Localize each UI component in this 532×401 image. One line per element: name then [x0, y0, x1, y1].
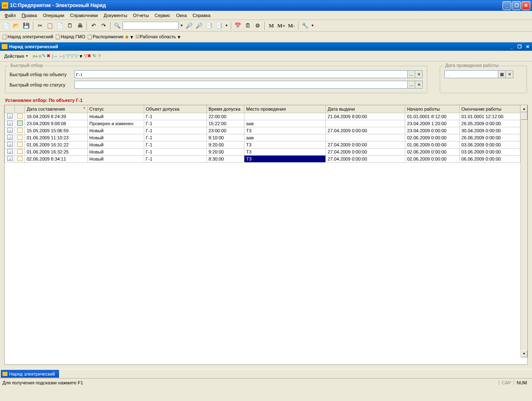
- m-minus-button[interactable]: M-: [287, 21, 296, 30]
- cell[interactable]: 9:20:00: [207, 148, 244, 155]
- menu-reports[interactable]: Отчеты: [130, 12, 152, 19]
- cell[interactable]: Т3: [244, 148, 326, 155]
- cell[interactable]: Новый: [88, 141, 144, 148]
- filter-dropdown[interactable]: ▼: [79, 54, 83, 59]
- cell[interactable]: 16.04.2009 8:24:39: [25, 113, 88, 120]
- menu-edit[interactable]: Правка: [19, 12, 40, 19]
- filter-by-status-input[interactable]: [74, 81, 408, 89]
- workspace-button[interactable]: ☑Рабочая область: [135, 34, 176, 40]
- cell[interactable]: 9:20:00: [207, 141, 244, 148]
- cell[interactable]: 26.06.2009 0:00:00: [460, 134, 520, 141]
- filter-by-object-input[interactable]: [74, 70, 408, 78]
- undo-icon[interactable]: ↶: [89, 21, 98, 30]
- minimize-button[interactable]: _: [502, 1, 511, 10]
- cell[interactable]: Т3: [244, 127, 326, 134]
- cell[interactable]: 27.04.2009 0:00:00: [326, 148, 405, 155]
- cell[interactable]: 8:30:00: [207, 155, 244, 162]
- filter-icon[interactable]: ▽: [66, 53, 69, 59]
- row-icon-cell[interactable]: [5, 155, 15, 162]
- cell[interactable]: Новый: [88, 155, 144, 162]
- find-icon[interactable]: 🔍: [113, 21, 122, 30]
- row-icon-cell[interactable]: [5, 148, 15, 155]
- electric-order-button[interactable]: 📋Наряд электрический: [2, 34, 53, 40]
- menu-documents[interactable]: Документы: [101, 12, 130, 19]
- filter-status-select-button[interactable]: …: [408, 81, 415, 89]
- layers-dropdown[interactable]: ▼: [129, 35, 134, 40]
- filter-object-clear-button[interactable]: ✕: [415, 70, 423, 78]
- open-icon[interactable]: 📂: [12, 21, 21, 30]
- cell[interactable]: 02.06.2009 8:34:11: [25, 155, 88, 162]
- goto-dropdown[interactable]: ▼: [224, 21, 229, 30]
- column-header[interactable]: Объект допуска: [144, 105, 207, 113]
- calculator-icon[interactable]: 🗓: [243, 21, 252, 30]
- cell[interactable]: аав: [244, 134, 326, 141]
- cell[interactable]: 15.05.2009 15:06:59: [25, 127, 88, 134]
- date-clear-button[interactable]: ✕: [506, 70, 513, 78]
- cell[interactable]: 27.04.2009 0:00:00: [326, 155, 405, 162]
- interval-begin-icon[interactable]: |↔: [52, 54, 58, 59]
- redo-icon[interactable]: ↷: [99, 21, 108, 30]
- find-prev-icon[interactable]: 🔎: [195, 21, 204, 30]
- tools-icon[interactable]: 🔧: [300, 21, 310, 30]
- menu-windows[interactable]: Окна: [173, 12, 190, 19]
- work-date-input[interactable]: . .: [444, 70, 498, 78]
- replace-icon[interactable]: 📑: [204, 21, 214, 30]
- cell[interactable]: 01.06.2009 16:31:22: [25, 141, 88, 148]
- print-icon[interactable]: 🖶: [75, 21, 84, 30]
- m-button[interactable]: M: [267, 21, 276, 30]
- menu-directories[interactable]: Справочники: [67, 12, 101, 19]
- tools-dropdown[interactable]: ▼: [310, 21, 315, 30]
- cell[interactable]: Т3: [244, 155, 326, 162]
- cell[interactable]: 23.04.2009 9:08:08: [25, 120, 88, 127]
- search-dropdown[interactable]: ▼: [180, 21, 184, 30]
- new-doc-icon[interactable]: 📄: [2, 21, 11, 30]
- cell[interactable]: Новый: [88, 113, 144, 120]
- edit-icon[interactable]: ✎: [42, 53, 46, 59]
- filter-by-icon[interactable]: ▽: [70, 53, 74, 59]
- cell[interactable]: 02.06.2009 0:00:00: [405, 148, 460, 155]
- cell[interactable]: 01.01.0001 12:12:00: [460, 113, 520, 120]
- cell[interactable]: Г-1: [144, 148, 207, 155]
- close-button[interactable]: ✕: [522, 1, 530, 10]
- copy-icon[interactable]: 📋: [45, 21, 54, 30]
- menu-service[interactable]: Сервис: [152, 12, 173, 19]
- cell[interactable]: 01.06.2009 11:10:23: [25, 134, 88, 141]
- cell[interactable]: 03.06.2009 0:00:00: [460, 141, 520, 148]
- filter-clear-icon[interactable]: ▽✖: [84, 53, 91, 59]
- row-icon-cell[interactable]: [15, 127, 25, 134]
- cell[interactable]: Г-1: [144, 127, 207, 134]
- column-header[interactable]: Статус: [88, 105, 144, 113]
- cell[interactable]: 23.04.2009 0:00:00: [405, 127, 460, 134]
- row-icon-cell[interactable]: [15, 134, 25, 141]
- cell[interactable]: 03.06.2009 0:00:00: [460, 148, 520, 155]
- table-row[interactable]: 23.04.2009 9:08:08Проверен и измененГ-11…: [5, 120, 520, 127]
- help-icon[interactable]: ?: [98, 54, 101, 59]
- cell[interactable]: 26.05.2009 0:00:00: [460, 120, 520, 127]
- row-icon-cell[interactable]: [15, 148, 25, 155]
- row-icon-cell[interactable]: [15, 155, 25, 162]
- cell[interactable]: 02.06.2009 0:00:00: [405, 155, 460, 162]
- cell[interactable]: 01.06.2009 0:00:00: [405, 141, 460, 148]
- cell[interactable]: 30.04.2009 0:00:00: [460, 127, 520, 134]
- table-row[interactable]: 15.05.2009 15:06:59НовыйГ-123:00:00Т327.…: [5, 127, 520, 134]
- cell[interactable]: Г-1: [144, 141, 207, 148]
- interval-end-icon[interactable]: ↔|: [59, 54, 64, 59]
- row-icon-cell[interactable]: [5, 127, 15, 134]
- menu-help[interactable]: Справка: [190, 12, 213, 19]
- table-row[interactable]: 01.06.2009 11:10:23НовыйГ-18:10:00аав02.…: [5, 134, 520, 141]
- cell[interactable]: [244, 113, 326, 120]
- column-header[interactable]: [5, 105, 15, 113]
- layers-button[interactable]: ◆: [125, 34, 128, 40]
- date-calendar-button[interactable]: ▦: [498, 70, 506, 78]
- column-header[interactable]: Дата составления: [25, 105, 88, 113]
- row-icon-cell[interactable]: [5, 120, 15, 127]
- scroll-thumb[interactable]: [521, 112, 527, 120]
- row-icon-cell[interactable]: [5, 134, 15, 141]
- sub-restore-button[interactable]: ❐: [516, 44, 523, 50]
- menu-operations[interactable]: Операции: [40, 12, 67, 19]
- cell[interactable]: [326, 120, 405, 127]
- maximize-button[interactable]: ❐: [512, 1, 521, 10]
- cell[interactable]: Проверен и изменен: [88, 120, 144, 127]
- cell[interactable]: 27.04.2009 0:00:00: [326, 141, 405, 148]
- scroll-down-button[interactable]: ▼: [521, 350, 527, 357]
